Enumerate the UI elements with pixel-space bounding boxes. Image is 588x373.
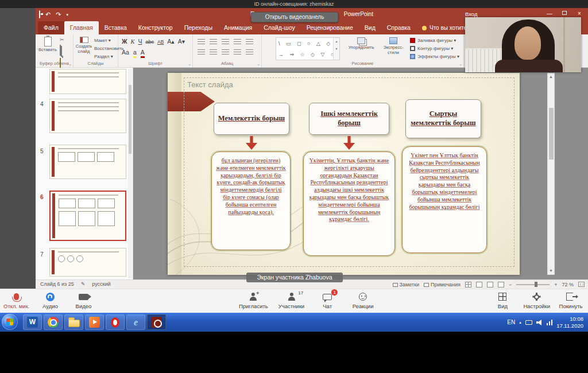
paste-button[interactable]: Вставить [38,37,57,53]
align-left-icon[interactable] [198,49,205,56]
bold-button[interactable]: Ж [122,38,127,45]
header-box[interactable]: Сыртқы мемлекеттік борыш [405,99,481,138]
tab-animations[interactable]: Анимация [218,21,258,34]
network-icon[interactable] [547,320,553,325]
slide-thumbnail[interactable] [49,248,126,277]
leave-meeting-button[interactable]: Покинуть [558,292,583,309]
copy-button[interactable] [60,45,61,56]
zoom-slider-thumb[interactable] [535,282,537,287]
notes-button[interactable]: Заметки [393,282,419,287]
numbering-icon[interactable] [210,39,217,45]
settings-button[interactable]: Настройки [523,292,550,309]
reading-view-button[interactable] [487,282,493,287]
grow-font-button[interactable]: А▴ [167,38,174,45]
slide-thumbnail[interactable] [49,145,126,179]
comments-button[interactable]: Примечания [424,282,461,287]
shapes-gallery[interactable]: \ ▭ ◻ ○ △ ◇ → ⇒ ☆ ◇ ▽ ○ ▴▾ [276,37,340,60]
language-button[interactable]: русский [92,280,110,289]
taskbar-media-button[interactable] [85,314,104,330]
slideshow-button[interactable] [498,282,504,287]
clipboard-dialog-launcher[interactable]: ⌄ [68,62,72,67]
start-button[interactable] [2,314,18,330]
shrink-font-button[interactable]: А▾ [178,38,185,45]
webcam-tile[interactable] [465,17,581,72]
participants-button[interactable]: 17 Участники [278,292,304,309]
tab-design[interactable]: Конструктор [133,21,179,34]
header-box[interactable]: Ішкі мемлекеттік борыш [309,103,389,135]
new-slide-button[interactable]: Создать слайд [75,37,93,54]
scroll-up-icon[interactable]: ▲ [548,73,554,80]
body-box[interactable]: бұл алынған (игерілген) және өтелмеген м… [211,151,291,250]
audio-button[interactable]: Аудио [37,292,63,309]
scroll-down-icon[interactable]: ▼ [548,267,554,274]
scrollbar-thumb[interactable] [549,108,554,160]
mute-mic-button[interactable]: Откл. мик. [3,292,29,309]
justify-icon[interactable] [234,49,241,56]
columns-icon[interactable] [246,49,253,56]
chat-button[interactable]: 1 Чат [315,292,340,309]
shapes-gallery-scrollbar[interactable]: ▴▾ [333,38,339,60]
drawing-dialog-launcher[interactable]: ⌄ [459,62,462,67]
taskbar-chrome-button[interactable] [44,314,63,330]
body-box[interactable]: Үкіметтің, Ұлттық банктің және жергілікт… [303,151,395,256]
tab-home[interactable]: Главная [64,21,99,34]
paragraph-dialog-launcher[interactable]: ⌄ [257,62,260,67]
taskbar-clock[interactable]: 10:08 17.11.2020 [556,316,583,329]
tab-transitions[interactable]: Переходы [179,21,218,34]
bullets-icon[interactable] [198,39,205,45]
header-box[interactable]: Мемлекеттік борыш [214,103,289,135]
underline-button[interactable]: Ч [138,38,142,45]
taskbar-ie-button[interactable]: e [126,314,145,330]
shape-fill-button[interactable]: Заливка фигуры ▾ [410,38,459,43]
invite-button[interactable]: + Пригласить [239,292,268,309]
slide-thumbnail[interactable] [49,69,126,94]
shape-outline-button[interactable]: Контур фигуры ▾ [410,46,459,51]
taskbar-word-button[interactable]: W [23,314,42,330]
align-center-icon[interactable] [210,49,217,56]
spell-check-icon[interactable]: ✎ [81,280,86,289]
tab-slideshow[interactable]: Слайд-шоу [258,21,300,34]
tab-insert[interactable]: Вставка [99,21,133,34]
fit-slide-button[interactable] [578,282,585,287]
zoom-out-button[interactable]: − [509,282,512,287]
scrollbar-thumb[interactable] [129,85,131,154]
tray-expand-button[interactable]: ▴ [519,320,521,325]
body-box[interactable]: Үкімет пен Ұлттық банктің Қазақстан Респ… [402,146,487,253]
tab-file[interactable]: Файл [38,21,64,34]
italic-button[interactable]: К [131,39,135,45]
slide-sorter-button[interactable] [476,282,482,287]
font-color-button[interactable]: А [141,49,145,58]
slide-thumbnail-selected[interactable] [49,191,126,241]
view-button[interactable]: Вид [490,292,515,309]
slide-thumbnail[interactable] [49,99,126,133]
arrange-button[interactable]: Упорядочить [347,37,376,50]
align-right-icon[interactable] [222,49,229,56]
language-indicator[interactable]: EN [507,319,515,325]
open-video-panel-button[interactable]: Открыть видеопанель [251,12,338,22]
taskbar-opera-button[interactable] [106,314,125,330]
font-dialog-launcher[interactable]: ⌄ [188,62,191,67]
indent-decrease-icon[interactable] [222,39,229,45]
zoom-slider[interactable] [516,284,550,285]
shape-effects-button[interactable]: Эффекты фигуры ▾ [410,54,459,59]
tab-review[interactable]: Рецензирование [301,21,359,34]
tab-help[interactable]: Справка [381,21,416,34]
volume-icon[interactable] [536,320,543,325]
taskbar-meeting-app-button[interactable] [147,314,166,330]
zoom-in-button[interactable]: + [554,282,557,287]
zoom-level-button[interactable]: 72 % [562,282,574,287]
highlight-button[interactable]: а [133,49,137,58]
reactions-button[interactable]: Реакции [350,292,376,309]
normal-view-button[interactable] [465,282,471,287]
keyboard-icon[interactable] [525,320,532,325]
taskbar-explorer-button[interactable] [64,314,83,330]
thumbnails-scrollbar[interactable] [128,69,132,278]
indent-increase-icon[interactable] [234,39,241,45]
line-spacing-icon[interactable] [246,39,253,45]
change-case-button[interactable]: Аа [122,49,129,56]
tab-view[interactable]: Вид [359,21,381,34]
editor-scrollbar[interactable]: ▲ ▼ [547,73,555,275]
character-spacing-button[interactable]: АВ [157,40,164,45]
cut-button[interactable]: ✂ [60,37,64,42]
strikethrough-button[interactable]: abc [145,40,154,45]
